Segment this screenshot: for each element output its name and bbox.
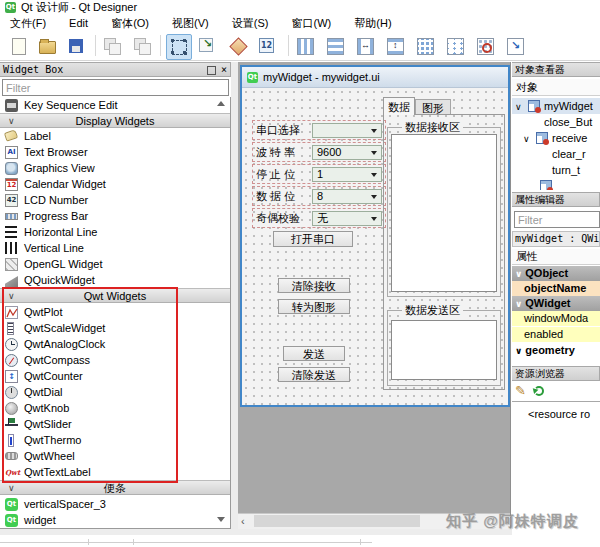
toolbar-separator [288, 35, 289, 56]
widgetbox-item-qwtdial[interactable]: QwtDial [0, 384, 214, 400]
layout-horizontal-button[interactable] [294, 34, 318, 58]
data-bits-combobox[interactable]: 8 [312, 189, 382, 204]
edit-tab-order-button[interactable]: 12 [256, 34, 280, 58]
widgetbox-item-widget[interactable]: Qtwidget [0, 512, 214, 528]
property-group-qobject[interactable]: ∨QObject [512, 266, 600, 281]
widgetbox-item-qwtknob[interactable]: QwtKnob [0, 400, 214, 416]
chevron-down-icon: ∨ [512, 299, 525, 309]
tab-data[interactable]: 数据 [383, 97, 415, 115]
tab-graph[interactable]: 图形 [415, 99, 451, 115]
qwt-text-icon: Qwt [5, 466, 18, 479]
category-display-widgets[interactable]: ∨ Display Widgets [0, 113, 230, 128]
menu-window[interactable]: 窗口(W) [282, 15, 342, 32]
tree-item-mywidget[interactable]: ∨ myWidget [512, 98, 600, 114]
widgetbox-item-qwtanalogclock[interactable]: QwtAnalogClock [0, 336, 214, 352]
tree-item-clear[interactable]: clear_r [512, 146, 600, 162]
clear-send-button[interactable]: 清除发送 [278, 367, 350, 382]
save-file-button[interactable] [66, 34, 90, 58]
layout-form-button[interactable] [444, 34, 468, 58]
new-file-button[interactable] [6, 34, 30, 58]
open-file-button[interactable] [36, 34, 60, 58]
send-button[interactable]: 发送 [283, 346, 345, 361]
widgetbox-item-progress-bar[interactable]: Progress Bar [0, 208, 214, 224]
edit-signals-slots-button[interactable] [196, 34, 220, 58]
qt-icon: Qt [5, 514, 18, 527]
layout-horizontal-splitter-button[interactable] [354, 34, 378, 58]
widgetbox-item-qwtthermo[interactable]: QwtThermo [0, 432, 214, 448]
edit-widgets-button[interactable] [166, 34, 192, 60]
property-objectname[interactable]: objectName [512, 281, 600, 296]
layout-vertical-splitter-button[interactable] [384, 34, 408, 58]
scroll-up-icon[interactable] [217, 101, 225, 106]
serial-port-combobox[interactable] [312, 123, 382, 138]
property-filter-input[interactable] [514, 211, 600, 228]
property-windowmodality[interactable]: windowModa [512, 311, 600, 326]
window-title: Qt 设计师 - Qt Designer [21, 1, 137, 13]
layout-vertical-button[interactable] [324, 34, 348, 58]
widgetbox-item-qwtcompass[interactable]: QwtCompass [0, 352, 214, 368]
form-editor-window[interactable]: QtmyWidget - mywidget.ui 串口选择 波 特 率 9600… [240, 65, 510, 407]
close-icon[interactable]: × [221, 63, 227, 76]
qt-icon: Qt [5, 498, 18, 511]
parity-combobox[interactable]: 无 [312, 211, 382, 226]
scroll-down-icon[interactable] [217, 517, 225, 522]
break-layout-button[interactable] [474, 34, 498, 58]
clear-receive-button[interactable]: 清除接收 [278, 278, 350, 293]
widgetbox-item-qwtwheel[interactable]: QwtWheel [0, 448, 214, 464]
menu-help[interactable]: 帮助(H) [344, 15, 401, 32]
widgetbox-item-vertical-line[interactable]: Vertical Line [0, 240, 214, 256]
widgetbox-item-graphics-view[interactable]: Graphics View [0, 160, 214, 176]
scrollbar-thumb[interactable] [254, 515, 420, 527]
stop-bits-combobox[interactable]: 1 [312, 167, 382, 182]
widgetbox-item-text-browser[interactable]: AIText Browser [0, 144, 214, 160]
widgetbox-item-qwttextlabel[interactable]: QwtQwtTextLabel [0, 464, 214, 480]
app-icon: Qt [5, 2, 16, 13]
tree-item-turn[interactable]: turn_t [512, 162, 600, 178]
menu-form[interactable]: 窗体(O) [101, 15, 159, 32]
baud-rate-combobox[interactable]: 9600 [312, 145, 382, 160]
resource-root-item[interactable]: <resource ro [528, 408, 590, 420]
edit-buddies-button[interactable] [226, 34, 250, 58]
property-enabled[interactable]: enabled [512, 327, 600, 342]
receive-textarea[interactable] [391, 134, 497, 292]
widgetbox-item-calendar[interactable]: 12Calendar Widget [0, 176, 214, 192]
send-textarea[interactable] [391, 320, 497, 380]
open-serial-button[interactable]: 打开串口 [273, 231, 353, 247]
edit-resources-icon[interactable]: ✎ [515, 383, 526, 398]
tree-item-receive[interactable]: ∨ receive [512, 130, 600, 146]
widgetbox-item-qwtscalewidget[interactable]: QwtScaleWidget [0, 320, 214, 336]
category-scratchpad[interactable]: ∨ 便条 [0, 480, 230, 495]
scroll-left-icon[interactable]: ‹ [241, 515, 245, 527]
tree-item-partial[interactable] [512, 178, 600, 190]
tree-item-close-button[interactable]: close_But [512, 114, 600, 130]
widgetbox-item-key-sequence-edit[interactable]: Key Sequence Edit [0, 97, 214, 113]
widgetbox-item-verticalspacer[interactable]: QtverticalSpacer_3 [0, 496, 214, 512]
form-canvas[interactable]: 串口选择 波 特 率 9600 停 止 位 1 数 据 位 8 奇偶校验 [242, 88, 508, 405]
widget-box-filter-input[interactable] [2, 79, 229, 96]
to-graph-button[interactable]: 转为图形 [278, 299, 350, 314]
vertical-line-icon [5, 242, 17, 254]
widgetbox-item-qwtcounter[interactable]: ↕QwtCounter [0, 368, 214, 384]
widgetbox-item-label[interactable]: Label [0, 128, 214, 144]
widgetbox-item-qquickwidget[interactable]: QQuickWidget [0, 272, 214, 288]
menu-edit[interactable]: Edit [59, 15, 98, 32]
widgetbox-item-lcd-number[interactable]: 42LCD Number [0, 192, 214, 208]
property-group-qwidget[interactable]: ∨QWidget [512, 296, 600, 311]
analog-clock-icon [5, 338, 18, 351]
property-geometry[interactable]: ∨geometry [512, 343, 600, 358]
open-file-icon [39, 41, 56, 54]
category-qwt-widgets[interactable]: ∨ Qwt Widgets [0, 288, 230, 303]
widgetbox-item-qwtplot[interactable]: QwtPlot [0, 304, 214, 320]
float-icon[interactable] [207, 66, 216, 75]
menu-file[interactable]: 文件(F) [0, 15, 56, 32]
menu-view[interactable]: 视图(V) [162, 15, 219, 32]
widgetbox-item-qwtslider[interactable]: QwtSlider [0, 416, 214, 432]
widgetbox-item-opengl[interactable]: OpenGL Widget [0, 256, 214, 272]
break-layout-icon [477, 38, 494, 55]
adjust-size-button[interactable] [504, 34, 528, 58]
reload-resources-icon[interactable] [534, 386, 544, 396]
widgetbox-item-horizontal-line[interactable]: Horizontal Line [0, 224, 214, 240]
layout-grid-button[interactable] [414, 34, 438, 58]
menu-settings[interactable]: 设置(S) [222, 15, 279, 32]
form-titlebar[interactable]: QtmyWidget - mywidget.ui [242, 67, 508, 88]
